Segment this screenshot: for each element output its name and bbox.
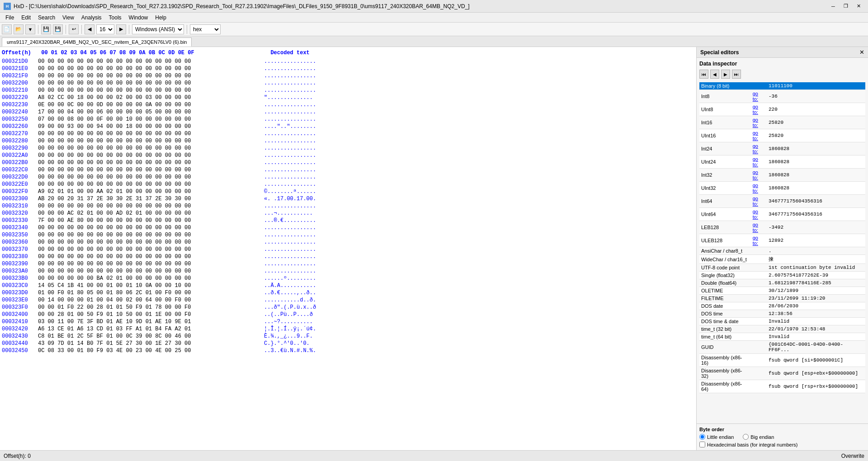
hex-row[interactable]: 00032260 09 00 00 93 00 00 94 00 00 18 0… xyxy=(2,123,694,130)
nav-last[interactable]: ⏭ xyxy=(732,70,741,79)
hex-row[interactable]: 00032430 C8 01 BE 01 2C 5F BF 01 00 0C 3… xyxy=(2,333,694,340)
hex-bytes[interactable]: 00 00 00 00 00 00 00 00 00 00 00 00 00 0… xyxy=(38,58,264,65)
hex-bytes[interactable]: 00 00 00 00 00 00 00 00 00 00 00 00 00 0… xyxy=(38,130,264,137)
bytes-per-row-right[interactable]: ▶ xyxy=(116,24,126,34)
special-editors-close[interactable]: ✕ xyxy=(859,49,864,56)
hex-row[interactable]: 00032330 7F 00 00 AE 80 00 00 00 00 00 0… xyxy=(2,217,694,224)
inspector-goto[interactable]: go to: xyxy=(751,195,767,208)
hex-editor[interactable]: Offset(h) 00 01 02 03 04 05 06 07 08 09 … xyxy=(0,47,696,450)
hex-bytes[interactable]: 09 00 00 93 00 00 94 00 00 18 00 00 00 0… xyxy=(38,123,264,130)
hex-row[interactable]: 000323D0 01 00 F0 01 80 05 00 01 80 06 2… xyxy=(2,289,694,296)
hex-row[interactable]: 00032210 00 00 00 00 00 00 00 00 00 00 0… xyxy=(2,87,694,94)
hex-row[interactable]: 00032340 00 00 00 00 00 00 00 00 00 00 0… xyxy=(2,224,694,231)
hex-bytes[interactable]: 00 00 00 00 00 00 00 00 00 00 00 00 00 0… xyxy=(38,152,264,159)
datatype-select[interactable]: hex decimal xyxy=(190,24,221,34)
hex-bytes[interactable]: AB 20 00 20 31 37 2E 30 30 2E 31 37 2E 3… xyxy=(38,195,264,202)
hex-bytes[interactable]: 00 00 00 00 00 00 BA 02 01 00 00 00 00 0… xyxy=(38,275,264,282)
bytes-per-row-left[interactable]: ◀ xyxy=(85,24,94,34)
hex-row[interactable]: 00032200 00 00 00 00 00 00 00 00 00 00 0… xyxy=(2,80,694,87)
hex-row[interactable]: 00032310 00 00 00 00 00 00 00 00 00 00 0… xyxy=(2,202,694,210)
hex-bytes[interactable]: 01 00 F0 01 80 05 00 01 80 06 2C 01 00 F… xyxy=(38,289,264,296)
new-button[interactable]: 📄 xyxy=(2,24,12,34)
hex-row[interactable]: 00032270 00 00 00 00 00 00 00 00 00 00 0… xyxy=(2,130,694,137)
hex-bytes[interactable]: A8 02 CC 00 18 00 00 00 02 00 00 03 00 0… xyxy=(38,94,264,101)
hex-bytes[interactable]: A6 13 CE 01 A6 13 CD 01 03 FF A1 01 B4 F… xyxy=(38,325,264,333)
hex-bytes[interactable]: 00 00 00 00 00 00 00 00 00 00 00 00 00 0… xyxy=(38,145,264,152)
save-button[interactable]: 💾 xyxy=(41,24,51,34)
hex-bytes[interactable]: 00 00 00 00 00 00 00 00 00 00 00 00 00 0… xyxy=(38,202,264,210)
hex-row[interactable]: 00032250 07 00 00 08 00 00 0F 00 00 10 0… xyxy=(2,116,694,123)
open-button[interactable]: 📂 xyxy=(14,24,24,34)
hex-row[interactable]: 000323A0 00 00 00 00 00 00 00 00 00 00 0… xyxy=(2,268,694,275)
inspector-goto[interactable]: go to: xyxy=(751,142,767,155)
hex-row[interactable]: 000322C0 00 00 00 00 00 00 00 00 00 00 0… xyxy=(2,166,694,174)
hex-row[interactable]: 00032420 A6 13 CE 01 A6 13 CD 01 03 FF A… xyxy=(2,325,694,333)
hex-bytes[interactable]: 00 00 00 00 00 00 00 00 00 00 00 00 00 0… xyxy=(38,181,264,188)
hex-bytes[interactable]: 07 00 00 08 00 00 0F 00 00 10 00 00 00 0… xyxy=(38,116,264,123)
menu-tools[interactable]: Tools xyxy=(105,14,125,22)
hex-bytes[interactable]: C8 01 BE 01 2C 5F BF 01 00 0C 39 00 8C 0… xyxy=(38,333,264,340)
hex-bytes[interactable]: 00 00 00 00 00 00 00 00 00 00 00 00 00 0… xyxy=(38,65,264,72)
hex-bytes[interactable]: 7F 00 00 AE 80 00 00 00 00 00 00 00 00 0… xyxy=(38,217,264,224)
restore-button[interactable]: ❐ xyxy=(840,2,852,10)
hex-bytes[interactable]: 00 00 00 00 00 00 00 00 00 00 00 00 00 0… xyxy=(38,137,264,145)
hex-row[interactable]: 00032370 00 00 00 00 00 00 00 00 00 00 0… xyxy=(2,246,694,253)
hex-row[interactable]: 000321E0 00 00 00 00 00 00 00 00 00 00 0… xyxy=(2,65,694,72)
hex-row[interactable]: 00032320 00 00 00 AC 02 01 00 00 AD 02 0… xyxy=(2,210,694,217)
hex-bytes[interactable]: 00 00 00 00 00 00 00 00 00 00 00 00 00 0… xyxy=(38,260,264,268)
hex-row[interactable]: 00032280 00 00 00 00 00 00 00 00 00 00 0… xyxy=(2,137,694,145)
inspector-goto[interactable]: go to: xyxy=(751,208,767,221)
inspector-goto[interactable]: go to: xyxy=(751,129,767,142)
hex-row[interactable]: 000322F0 A9 02 01 01 00 00 AA 02 01 00 0… xyxy=(2,188,694,195)
close-button[interactable]: ✕ xyxy=(853,2,864,10)
hex-row[interactable]: 00032290 00 00 00 00 00 00 00 00 00 00 0… xyxy=(2,145,694,152)
hex-bytes[interactable]: 03 00 11 00 7E 3F BD 01 AE 10 9D 01 AE 1… xyxy=(38,318,264,325)
nav-prev[interactable]: ◀ xyxy=(710,70,719,79)
hex-row[interactable]: 000323B0 00 00 00 00 00 00 BA 02 01 00 0… xyxy=(2,275,694,282)
hex-bytes[interactable]: 00 00 28 01 00 50 F9 01 10 50 00 01 1E 0… xyxy=(38,311,264,318)
hex-row[interactable]: 00032440 43 09 7D 01 14 B0 7F 01 5E 27 3… xyxy=(2,340,694,347)
menu-search[interactable]: Search xyxy=(34,14,59,22)
menu-edit[interactable]: Edit xyxy=(18,14,34,22)
hex-row[interactable]: 00032220 A8 02 CC 00 18 00 00 00 02 00 0… xyxy=(2,94,694,101)
little-endian-label[interactable]: Little endian xyxy=(699,434,734,440)
hex-row[interactable]: 00032360 00 00 00 00 00 00 00 00 00 00 0… xyxy=(2,239,694,246)
hex-row[interactable]: 00032450 0C 08 33 00 01 80 F9 03 4E 00 2… xyxy=(2,347,694,354)
minimize-button[interactable]: ─ xyxy=(827,2,839,10)
nav-first[interactable]: ⏮ xyxy=(699,70,708,79)
hex-row[interactable]: 000323F0 00 00 01 F0 22 00 28 01 01 50 F… xyxy=(2,304,694,311)
hex-row[interactable]: 000321D0 00 00 00 00 00 00 00 00 00 00 0… xyxy=(2,58,694,65)
hex-bytes[interactable]: 00 00 00 00 00 00 00 00 00 00 00 00 00 0… xyxy=(38,224,264,231)
undo-button[interactable]: ↩ xyxy=(69,24,79,34)
menu-window[interactable]: Window xyxy=(125,14,152,22)
inspector-goto[interactable]: go to: xyxy=(751,155,767,169)
hex-row[interactable]: 000323E0 00 14 00 00 00 01 00 04 00 02 0… xyxy=(2,296,694,304)
hex-bytes[interactable]: 00 00 00 00 00 00 00 00 00 00 00 00 00 0… xyxy=(38,166,264,174)
encoding-select[interactable]: Windows (ANSI) UTF-8 xyxy=(132,24,184,34)
hex-bytes[interactable]: 00 00 00 00 00 00 00 00 00 00 00 00 00 0… xyxy=(38,87,264,94)
hex-bytes[interactable]: 00 00 00 00 00 00 00 00 00 00 00 00 00 0… xyxy=(38,253,264,260)
menu-help[interactable]: Help xyxy=(151,14,170,22)
hex-row[interactable]: 00032410 03 00 11 00 7E 3F BD 01 AE 10 9… xyxy=(2,318,694,325)
hex-row[interactable]: 000323C0 14 05 C4 1B 41 00 00 01 00 01 1… xyxy=(2,282,694,289)
inspector-goto[interactable]: go to: xyxy=(751,234,767,247)
hex-row[interactable]: 000321F0 00 00 00 00 00 00 00 00 00 00 0… xyxy=(2,72,694,80)
hex-bytes[interactable]: 43 09 7D 01 14 B0 7F 01 5E 27 30 00 1E 2… xyxy=(38,340,264,347)
inspector-goto[interactable]: go to: xyxy=(751,103,767,116)
inspector-goto[interactable]: go to: xyxy=(751,169,767,182)
menu-analysis[interactable]: Analysis xyxy=(78,14,105,22)
hex-row[interactable]: 000322E0 00 00 00 00 00 00 00 00 00 00 0… xyxy=(2,181,694,188)
hex-bytes[interactable]: 00 00 00 00 00 00 00 00 00 00 00 00 00 0… xyxy=(38,231,264,239)
hex-bytes[interactable]: 0C 08 33 00 01 80 F9 03 4E 00 23 00 4E 0… xyxy=(38,347,264,354)
hex-bytes[interactable]: 00 14 00 00 00 01 00 04 00 02 00 64 00 0… xyxy=(38,296,264,304)
file-tab[interactable]: ums9117_240X320BAR_64MB_NQ2_VD_SEC_nvite… xyxy=(2,38,192,47)
hex-row[interactable]: 00032230 0E 00 00 0C 00 00 0D 00 00 00 0… xyxy=(2,101,694,108)
big-endian-label[interactable]: Big endian xyxy=(743,434,774,440)
hex-row[interactable]: 00032390 00 00 00 00 00 00 00 00 00 00 0… xyxy=(2,260,694,268)
hex-bytes[interactable]: 00 00 00 00 00 00 00 00 00 00 00 00 00 0… xyxy=(38,239,264,246)
inspector-goto[interactable]: go to: xyxy=(751,116,767,129)
inspector-goto[interactable]: go to: xyxy=(751,182,767,195)
hex-row[interactable]: 00032380 00 00 00 00 00 00 00 00 00 00 0… xyxy=(2,253,694,260)
menu-file[interactable]: File xyxy=(2,14,18,22)
hex-row[interactable]: 00032300 AB 20 00 20 31 37 2E 30 30 2E 3… xyxy=(2,195,694,202)
